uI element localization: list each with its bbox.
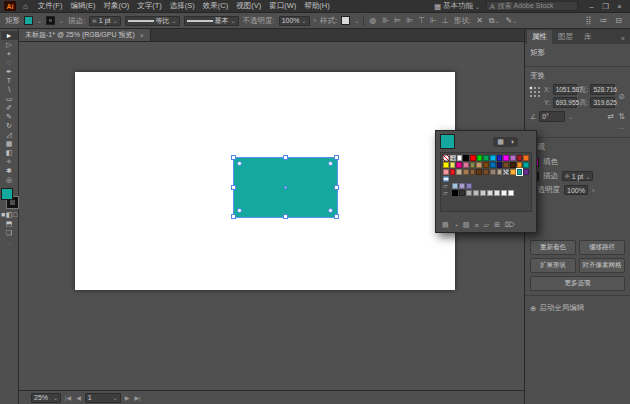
swatch-g1-4[interactable] bbox=[480, 190, 486, 196]
swatch-0-10[interactable] bbox=[510, 155, 516, 161]
eyedropper-tool[interactable]: ✧ bbox=[1, 157, 18, 166]
swatch-0-5[interactable] bbox=[477, 155, 483, 161]
menu-item-5[interactable]: 效果(C) bbox=[199, 1, 232, 11]
swatch-1-12[interactable] bbox=[523, 162, 529, 168]
swatch-0-7[interactable] bbox=[490, 155, 496, 161]
align-icon-2[interactable]: ⊫ bbox=[405, 16, 414, 25]
document-tab[interactable]: 未标题-1* @ 25% (RGB/GPU 预览) × bbox=[19, 29, 151, 41]
height-input[interactable]: 319.625 bbox=[590, 97, 615, 108]
chevron-down-icon[interactable]: ⌄ bbox=[59, 17, 64, 24]
magic-wand-tool[interactable]: ⌖ bbox=[1, 49, 18, 58]
rotate-select[interactable]: 0° bbox=[539, 111, 565, 122]
swatch-g1-6[interactable] bbox=[494, 190, 500, 196]
new-color-group-icon[interactable]: ▱ bbox=[484, 221, 489, 229]
tab-属性[interactable]: 属性 bbox=[527, 30, 552, 44]
swatch-2-5[interactable] bbox=[476, 169, 482, 175]
swatch-0-2[interactable] bbox=[457, 155, 463, 161]
show-kinds-icon[interactable]: ▧ bbox=[463, 221, 470, 229]
rectangle-tool[interactable]: ▭ bbox=[1, 94, 18, 103]
stroke-weight-stepper[interactable]: ⟡1 pt⌄ bbox=[89, 16, 120, 26]
swatch-2-1[interactable] bbox=[450, 169, 456, 175]
pencil-tool[interactable]: ✎ bbox=[1, 112, 18, 121]
menu-item-8[interactable]: 帮助(H) bbox=[300, 1, 333, 11]
isolate-icon[interactable]: ⧉⌄ bbox=[488, 16, 501, 26]
swatch-options-icon[interactable]: ≡ bbox=[474, 222, 478, 229]
lasso-tool[interactable]: ◌ bbox=[1, 58, 18, 67]
chevron-down-icon[interactable]: ⌄ bbox=[568, 113, 573, 120]
controlbar-right-icon-2[interactable]: ⊟ bbox=[614, 16, 623, 25]
selection-handle-2[interactable] bbox=[334, 155, 339, 160]
rotate-tool[interactable]: ↻ bbox=[1, 121, 18, 130]
swatch-0-9[interactable] bbox=[503, 155, 509, 161]
swatch-none[interactable] bbox=[443, 155, 449, 161]
swatch-g1-5[interactable] bbox=[487, 190, 493, 196]
swatch-2-0[interactable] bbox=[443, 169, 449, 175]
appearance-stroke-weight-stepper[interactable]: ⟡1 pt⌄ bbox=[562, 171, 593, 181]
opacity-arrow-icon[interactable]: › bbox=[592, 186, 595, 195]
scale-tool[interactable]: ◿ bbox=[1, 130, 18, 139]
corner-widget-1[interactable] bbox=[328, 161, 333, 166]
hand-tool[interactable]: ✱ bbox=[1, 166, 18, 175]
opacity-select[interactable]: 100%⌄ bbox=[279, 16, 310, 26]
gradient-tool[interactable]: ◧ bbox=[1, 148, 18, 157]
swatch-pattern-grid[interactable] bbox=[443, 176, 449, 182]
swatch-1-0[interactable] bbox=[443, 162, 449, 168]
menu-item-7[interactable]: 窗口(W) bbox=[265, 1, 300, 11]
transform-icon[interactable]: ✕ bbox=[475, 16, 484, 25]
swatch-1-7[interactable] bbox=[490, 162, 496, 168]
swatch-g0-1[interactable] bbox=[459, 183, 465, 189]
quick-action-button-1[interactable]: 偏移路径 bbox=[579, 240, 625, 255]
mesh-tool[interactable]: ▦ bbox=[1, 139, 18, 148]
menu-item-2[interactable]: 对象(O) bbox=[99, 1, 133, 11]
adobe-stock-search-input[interactable]: A 搜索 Adobe Stock bbox=[486, 1, 578, 11]
restore-window-icon[interactable]: ❐ bbox=[599, 2, 612, 11]
stroke-color-swatch[interactable] bbox=[46, 16, 55, 25]
swatch-g1-3[interactable] bbox=[473, 190, 479, 196]
variable-width-profile-select[interactable]: 等比⌄ bbox=[125, 16, 180, 26]
swatch-libraries-icon[interactable]: ▤ bbox=[442, 221, 449, 229]
swatch-1-1[interactable] bbox=[450, 162, 456, 168]
swatch-g1-2[interactable] bbox=[466, 190, 472, 196]
selection-tool[interactable]: ► bbox=[1, 31, 18, 40]
corner-widget-3[interactable] bbox=[328, 208, 333, 213]
swatch-1-4[interactable] bbox=[470, 162, 476, 168]
align-icon-1[interactable]: ⊨ bbox=[393, 16, 402, 25]
gradient-button[interactable]: ◧ bbox=[7, 210, 12, 219]
type-tool[interactable]: T bbox=[1, 76, 18, 85]
paintbrush-tool[interactable]: ✐ bbox=[1, 103, 18, 112]
chevron-down-icon[interactable]: ⌄ bbox=[354, 17, 359, 24]
corner-widget-2[interactable] bbox=[237, 208, 242, 213]
swatch-0-8[interactable] bbox=[497, 155, 503, 161]
swatch-selected-teal[interactable] bbox=[517, 169, 523, 175]
swatches-view-icon[interactable]: ▦ bbox=[495, 138, 506, 146]
swatch-2-10[interactable] bbox=[510, 169, 516, 175]
align-icon-0[interactable]: ⊪ bbox=[381, 16, 390, 25]
workspace-switcher[interactable]: ▦ 基本功能 ⌄ bbox=[431, 1, 483, 11]
draw-mode-button[interactable]: ⬒ bbox=[1, 219, 18, 228]
close-window-icon[interactable]: × bbox=[613, 2, 626, 11]
selection-handle-4[interactable] bbox=[334, 185, 339, 190]
selection-handle-6[interactable] bbox=[283, 214, 288, 219]
first-artboard-icon[interactable]: |◀ bbox=[64, 394, 72, 401]
swatch-1-8[interactable] bbox=[497, 162, 503, 168]
color-group-folder-icon[interactable]: ▱ bbox=[443, 183, 451, 189]
swatch-1-10[interactable] bbox=[510, 162, 516, 168]
constrain-proportions-icon[interactable]: ⊘ bbox=[618, 92, 625, 101]
select-similar-icon[interactable]: ✎⌄ bbox=[505, 16, 519, 25]
graphic-style-swatch[interactable] bbox=[341, 16, 350, 25]
direct-selection-tool[interactable]: ▷ bbox=[1, 40, 18, 49]
color-mixer-view-icon[interactable]: ◑ bbox=[508, 138, 516, 146]
swatch-g1-1[interactable] bbox=[459, 190, 465, 196]
swatch-0-11[interactable] bbox=[517, 155, 523, 161]
swatch-1-5[interactable] bbox=[476, 162, 482, 168]
artboard-number-select[interactable]: 1⌄ bbox=[85, 393, 121, 403]
swatch-g1-7[interactable] bbox=[501, 190, 507, 196]
width-input[interactable]: 528.716 bbox=[590, 84, 615, 95]
swatch-2-7[interactable] bbox=[490, 169, 496, 175]
app-logo-icon[interactable]: Ai bbox=[4, 1, 16, 11]
selected-rectangle[interactable] bbox=[233, 157, 338, 218]
selection-handle-3[interactable] bbox=[231, 185, 236, 190]
corner-widget-0[interactable] bbox=[237, 161, 242, 166]
flip-horizontal-icon[interactable]: ⇄ bbox=[608, 112, 615, 121]
swatch-1-2[interactable] bbox=[456, 162, 462, 168]
